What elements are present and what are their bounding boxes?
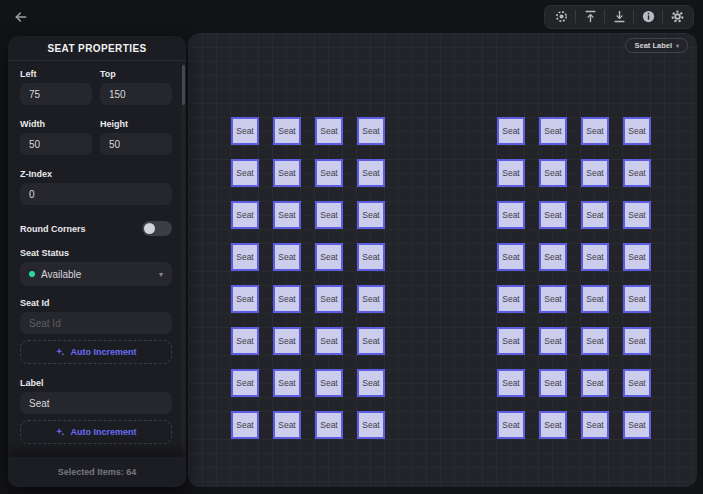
info-icon <box>641 9 656 24</box>
seat[interactable]: Seat <box>581 201 609 229</box>
status-dot-icon <box>29 271 35 277</box>
seat[interactable]: Seat <box>623 411 651 439</box>
top-toolbar <box>0 0 703 33</box>
seat[interactable]: Seat <box>357 285 385 313</box>
seat[interactable]: Seat <box>231 117 259 145</box>
height-input[interactable] <box>100 133 172 155</box>
gear-icon <box>670 9 685 24</box>
z-index-label: Z-Index <box>20 169 172 179</box>
seat[interactable]: Seat <box>273 117 301 145</box>
seat[interactable]: Seat <box>497 243 525 271</box>
label-label: Label <box>20 378 172 388</box>
seat[interactable]: Seat <box>273 201 301 229</box>
seat[interactable]: Seat <box>581 243 609 271</box>
seat[interactable]: Seat <box>539 369 567 397</box>
seat[interactable]: Seat <box>315 159 343 187</box>
seat[interactable]: Seat <box>231 327 259 355</box>
seat[interactable]: Seat <box>623 159 651 187</box>
seat[interactable]: Seat <box>357 201 385 229</box>
seat[interactable]: Seat <box>357 327 385 355</box>
seat[interactable]: Seat <box>623 285 651 313</box>
seat[interactable]: Seat <box>231 369 259 397</box>
back-button[interactable] <box>9 5 33 29</box>
seat[interactable]: Seat <box>623 369 651 397</box>
seat[interactable]: Seat <box>231 243 259 271</box>
seat[interactable]: Seat <box>357 369 385 397</box>
seat[interactable]: Seat <box>231 285 259 313</box>
width-input[interactable] <box>20 133 92 155</box>
seat[interactable]: Seat <box>539 117 567 145</box>
seat[interactable]: Seat <box>315 117 343 145</box>
round-corners-toggle[interactable] <box>142 221 172 236</box>
seat[interactable]: Seat <box>623 327 651 355</box>
seat[interactable]: Seat <box>315 285 343 313</box>
seat[interactable]: Seat <box>497 327 525 355</box>
seat[interactable]: Seat <box>315 411 343 439</box>
width-label: Width <box>20 119 92 129</box>
seat[interactable]: Seat <box>497 285 525 313</box>
seat[interactable]: Seat <box>539 285 567 313</box>
seat[interactable]: Seat <box>357 411 385 439</box>
seat-id-label: Seat Id <box>20 298 172 308</box>
seat[interactable]: Seat <box>231 159 259 187</box>
seat[interactable]: Seat <box>357 159 385 187</box>
round-corners-label: Round Corners <box>20 224 86 234</box>
seat-label-dropdown[interactable]: Seat Label ▾ <box>625 38 688 53</box>
seat[interactable]: Seat <box>497 159 525 187</box>
seat[interactable]: Seat <box>497 411 525 439</box>
panel-title: SEAT PROPERTIES <box>8 36 186 61</box>
left-label: Left <box>20 69 92 79</box>
canvas-action-group <box>544 5 694 29</box>
left-input[interactable] <box>20 83 92 105</box>
seat-id-input[interactable] <box>20 312 172 334</box>
panel-scrollbar-track[interactable] <box>182 63 185 455</box>
seat[interactable]: Seat <box>315 243 343 271</box>
seat[interactable]: Seat <box>273 243 301 271</box>
toggle-knob <box>144 223 155 234</box>
seat[interactable]: Seat <box>581 159 609 187</box>
seat[interactable]: Seat <box>539 159 567 187</box>
panel-scrollbar-thumb[interactable] <box>182 65 185 105</box>
seat[interactable]: Seat <box>581 117 609 145</box>
seat[interactable]: Seat <box>273 369 301 397</box>
download-button[interactable] <box>605 6 633 28</box>
seat[interactable]: Seat <box>623 117 651 145</box>
auto-increment-label-button[interactable]: Auto Increment <box>20 420 172 444</box>
upload-button[interactable] <box>576 6 604 28</box>
seat-status-label: Seat Status <box>20 248 172 258</box>
seat-canvas[interactable]: Seat Label ▾ SeatSeatSeatSeatSeatSeatSea… <box>188 33 697 487</box>
seat[interactable]: Seat <box>623 201 651 229</box>
seat[interactable]: Seat <box>357 117 385 145</box>
seat-status-value: Available <box>41 269 153 280</box>
seat[interactable]: Seat <box>581 411 609 439</box>
seat[interactable]: Seat <box>581 285 609 313</box>
seat[interactable]: Seat <box>315 369 343 397</box>
z-index-input[interactable] <box>20 183 172 205</box>
seat[interactable]: Seat <box>315 201 343 229</box>
seat[interactable]: Seat <box>623 243 651 271</box>
info-button[interactable] <box>634 6 662 28</box>
display-settings-button[interactable] <box>547 6 575 28</box>
top-input[interactable] <box>100 83 172 105</box>
seat[interactable]: Seat <box>231 411 259 439</box>
seat[interactable]: Seat <box>539 201 567 229</box>
seat[interactable]: Seat <box>273 327 301 355</box>
seat-status-select[interactable]: Available ▾ <box>20 262 172 286</box>
seat[interactable]: Seat <box>231 201 259 229</box>
settings-button[interactable] <box>663 6 691 28</box>
seat[interactable]: Seat <box>539 327 567 355</box>
label-input[interactable] <box>20 392 172 414</box>
seat[interactable]: Seat <box>497 201 525 229</box>
seat[interactable]: Seat <box>539 411 567 439</box>
seat[interactable]: Seat <box>357 243 385 271</box>
seat[interactable]: Seat <box>581 369 609 397</box>
seat[interactable]: Seat <box>497 117 525 145</box>
seat[interactable]: Seat <box>315 327 343 355</box>
seat[interactable]: Seat <box>273 285 301 313</box>
seat[interactable]: Seat <box>497 369 525 397</box>
auto-increment-seat-id-button[interactable]: Auto Increment <box>20 340 172 364</box>
seat[interactable]: Seat <box>539 243 567 271</box>
seat[interactable]: Seat <box>273 411 301 439</box>
seat[interactable]: Seat <box>581 327 609 355</box>
seat[interactable]: Seat <box>273 159 301 187</box>
